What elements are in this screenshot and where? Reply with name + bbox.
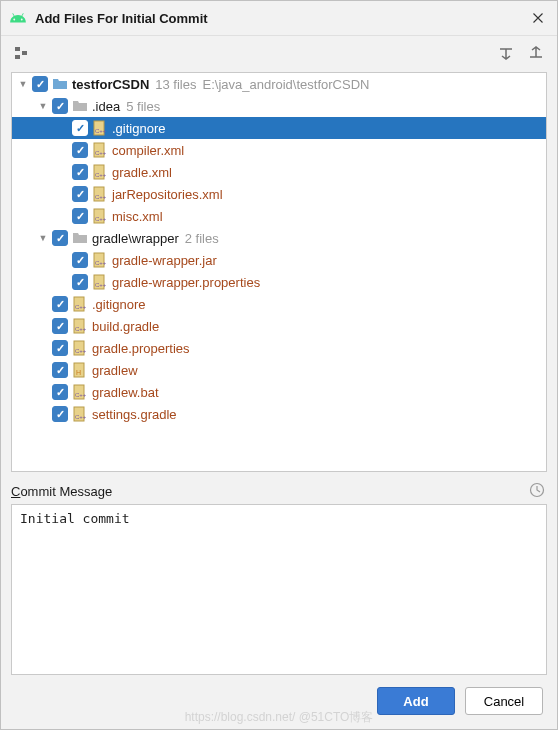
- checkbox[interactable]: [72, 274, 88, 290]
- svg-rect-0: [15, 47, 20, 51]
- close-button[interactable]: [527, 7, 549, 29]
- file-tree[interactable]: testforCSDN 13 files E:\java_android\tes…: [12, 73, 546, 471]
- root-count: 13 files: [155, 77, 196, 92]
- folder-icon: [72, 98, 88, 114]
- root-path: E:\java_android\testforCSDN: [203, 77, 370, 92]
- folder-name: .idea: [92, 99, 120, 114]
- header-file-icon: H: [72, 362, 88, 378]
- file-icon: C++: [92, 120, 108, 136]
- checkbox[interactable]: [52, 318, 68, 334]
- svg-text:C++: C++: [75, 304, 87, 310]
- file-name: build.gradle: [92, 319, 159, 334]
- file-icon: C++: [92, 208, 108, 224]
- folder-count: 2 files: [185, 231, 219, 246]
- checkbox[interactable]: [72, 142, 88, 158]
- svg-text:C++: C++: [95, 150, 107, 156]
- tree-file-row[interactable]: C++ settings.gradle: [12, 403, 546, 425]
- dialog-window: Add Files For Initial Commit: [0, 0, 558, 730]
- checkbox[interactable]: [52, 362, 68, 378]
- svg-rect-2: [22, 51, 27, 55]
- checkbox[interactable]: [52, 340, 68, 356]
- svg-text:C++: C++: [95, 216, 107, 222]
- checkbox[interactable]: [52, 406, 68, 422]
- project-folder-icon: [52, 76, 68, 92]
- file-name: .gitignore: [112, 121, 165, 136]
- toolbar: [1, 36, 557, 70]
- checkbox[interactable]: [52, 98, 68, 114]
- checkbox[interactable]: [32, 76, 48, 92]
- tree-file-row[interactable]: C++ .gitignore: [12, 117, 546, 139]
- svg-text:C++: C++: [95, 172, 107, 178]
- file-icon: C++: [92, 186, 108, 202]
- button-row: Add Cancel: [1, 675, 557, 729]
- file-icon: C++: [92, 252, 108, 268]
- svg-text:C++: C++: [95, 128, 107, 134]
- file-name: gradlew: [92, 363, 138, 378]
- add-button[interactable]: Add: [377, 687, 455, 715]
- tree-file-row[interactable]: C++ .gitignore: [12, 293, 546, 315]
- file-tree-panel: testforCSDN 13 files E:\java_android\tes…: [11, 72, 547, 472]
- file-icon: C++: [72, 384, 88, 400]
- svg-text:C++: C++: [95, 260, 107, 266]
- tree-file-row[interactable]: H gradlew: [12, 359, 546, 381]
- file-name: compiler.xml: [112, 143, 184, 158]
- checkbox[interactable]: [72, 186, 88, 202]
- file-name: gradle-wrapper.jar: [112, 253, 217, 268]
- checkbox[interactable]: [52, 384, 68, 400]
- dialog-title: Add Files For Initial Commit: [35, 11, 527, 26]
- commit-message-label: Commit Message: [11, 484, 529, 499]
- folder-name: gradle\wrapper: [92, 231, 179, 246]
- checkbox[interactable]: [72, 120, 88, 136]
- commit-message-input[interactable]: [11, 504, 547, 675]
- changelist-icon[interactable]: [11, 42, 33, 64]
- file-icon: C++: [72, 318, 88, 334]
- tree-file-row[interactable]: C++ build.gradle: [12, 315, 546, 337]
- file-icon: C++: [72, 340, 88, 356]
- root-name: testforCSDN: [72, 77, 149, 92]
- checkbox[interactable]: [72, 164, 88, 180]
- chevron-down-icon[interactable]: [16, 77, 30, 91]
- file-icon: C++: [92, 164, 108, 180]
- tree-file-row[interactable]: C++ gradle-wrapper.properties: [12, 271, 546, 293]
- chevron-down-icon[interactable]: [36, 99, 50, 113]
- file-icon: C++: [72, 296, 88, 312]
- checkbox[interactable]: [52, 296, 68, 312]
- chevron-down-icon[interactable]: [36, 231, 50, 245]
- android-icon: [9, 9, 27, 27]
- svg-text:C++: C++: [75, 348, 87, 354]
- svg-text:C++: C++: [95, 194, 107, 200]
- history-icon[interactable]: [529, 482, 547, 500]
- cancel-button[interactable]: Cancel: [465, 687, 543, 715]
- svg-text:C++: C++: [75, 392, 87, 398]
- svg-text:C++: C++: [75, 326, 87, 332]
- file-icon: C++: [92, 142, 108, 158]
- tree-file-row[interactable]: C++ compiler.xml: [12, 139, 546, 161]
- collapse-all-icon[interactable]: [525, 42, 547, 64]
- commit-label-row: Commit Message: [11, 482, 547, 500]
- tree-root-row[interactable]: testforCSDN 13 files E:\java_android\tes…: [12, 73, 546, 95]
- tree-file-row[interactable]: C++ gradlew.bat: [12, 381, 546, 403]
- checkbox[interactable]: [72, 252, 88, 268]
- tree-folder-row[interactable]: gradle\wrapper 2 files: [12, 227, 546, 249]
- checkbox[interactable]: [72, 208, 88, 224]
- tree-file-row[interactable]: C++ gradle-wrapper.jar: [12, 249, 546, 271]
- file-icon: C++: [92, 274, 108, 290]
- file-icon: C++: [72, 406, 88, 422]
- tree-file-row[interactable]: C++ gradle.xml: [12, 161, 546, 183]
- tree-file-row[interactable]: C++ jarRepositories.xml: [12, 183, 546, 205]
- file-name: .gitignore: [92, 297, 145, 312]
- folder-icon: [72, 230, 88, 246]
- tree-file-row[interactable]: C++ gradle.properties: [12, 337, 546, 359]
- file-name: gradle.properties: [92, 341, 190, 356]
- titlebar: Add Files For Initial Commit: [1, 1, 557, 36]
- file-name: gradle-wrapper.properties: [112, 275, 260, 290]
- tree-file-row[interactable]: C++ misc.xml: [12, 205, 546, 227]
- file-name: gradlew.bat: [92, 385, 159, 400]
- folder-count: 5 files: [126, 99, 160, 114]
- checkbox[interactable]: [52, 230, 68, 246]
- tree-folder-row[interactable]: .idea 5 files: [12, 95, 546, 117]
- file-name: jarRepositories.xml: [112, 187, 223, 202]
- file-name: gradle.xml: [112, 165, 172, 180]
- svg-text:C++: C++: [95, 282, 107, 288]
- expand-all-icon[interactable]: [495, 42, 517, 64]
